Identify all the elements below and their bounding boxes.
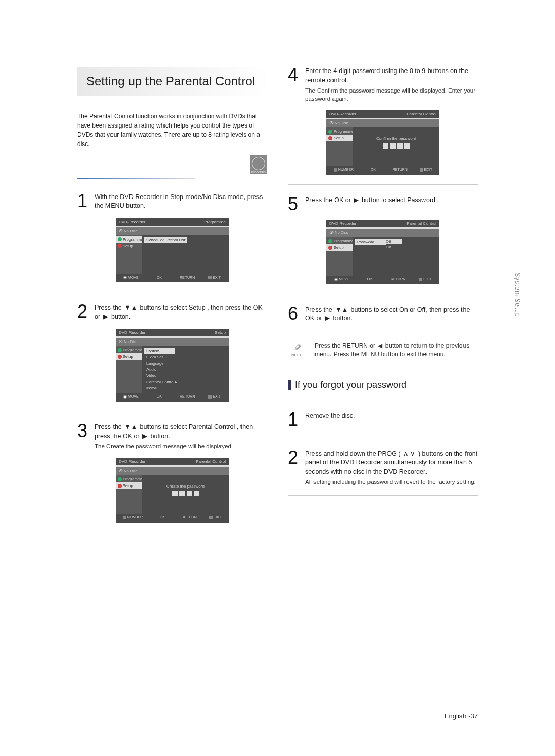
osd-screenshot: DVD-RecorderSetup ⦿ No Disc ProgrammeSet… (116, 329, 229, 402)
step-separator (288, 184, 478, 185)
osd-status: ⦿ No Disc (116, 338, 229, 346)
osd-menu-item: Password (355, 239, 386, 245)
osd-title-left: DVD-Recorder (119, 220, 145, 224)
osd-nav-item: Programme (116, 347, 142, 353)
osd-foot-hint: MOVE (334, 277, 349, 281)
step-text: With the DVD Recorder in Stop mode/No Di… (95, 193, 267, 211)
step: 2 Press the ▼▲ buttons to select Setup ,… (77, 303, 267, 321)
step-number: 3 (77, 423, 90, 451)
osd-status: ⦿ No Disc (326, 229, 439, 237)
osd-menu-item: Clock Set (144, 354, 227, 360)
step-separator (288, 495, 478, 496)
osd-option: On (384, 244, 402, 250)
password-boxes (355, 143, 437, 149)
play-icon (118, 477, 122, 481)
step: 1 With the DVD Recorder in Stop mode/No … (77, 193, 267, 211)
step-number: 1 (77, 193, 90, 211)
step-text: Enter the 4-digit password using the 0 t… (305, 67, 478, 103)
step-number: 6 (288, 305, 301, 323)
osd-nav-item: Setup (116, 482, 142, 489)
gear-icon (118, 484, 122, 488)
osd-nav: ProgrammeSetup (326, 127, 353, 166)
step-text: Remove the disc. (305, 411, 478, 428)
subsection-heading: If you forgot your password (288, 380, 478, 390)
osd-prompt: Confirm the password (355, 129, 437, 151)
osd-status: ⦿ No Disc (116, 467, 229, 475)
osd-foot-hint: RETURN (177, 515, 197, 519)
osd-screenshot: DVD-RecorderParental Control ⦿ No Disc P… (116, 458, 229, 523)
gear-icon (118, 244, 122, 248)
osd-screenshot: DVD-RecorderProgramme ⦿ No Disc Programm… (116, 218, 229, 283)
arrow-icon: ◀ (378, 342, 382, 349)
osd-nav-item: Setup (116, 243, 142, 249)
gear-icon (328, 246, 332, 250)
osd-nav-item: Programme (116, 236, 142, 243)
note-text: Press the RETURN or ◀ button to return t… (314, 341, 478, 359)
step-text: Press and hold down the PROG ( ∧ ∨ ) but… (305, 449, 478, 487)
step-text: Press the OK or ▶ button to select Passw… (305, 196, 478, 212)
osd-nav-item: Setup (326, 135, 353, 141)
step-subtext: The Create the password message will be … (95, 442, 267, 451)
osd-title-right: Parental Control (196, 459, 226, 464)
osd-foot-hint: OK (363, 277, 373, 281)
osd-dropdown: OffOn (384, 239, 402, 250)
step-text: Press the ▼▲ buttons to select Setup , t… (95, 303, 267, 321)
osd-menu-item: Language (144, 360, 227, 366)
osd-title-left: DVD-Recorder (329, 112, 356, 116)
step-number: 1 (288, 411, 301, 428)
osd-title-left: DVD-Recorder (329, 221, 356, 226)
osd-nav: ProgrammeSetup (116, 346, 142, 393)
osd-nav: ProgrammeSetup (116, 475, 142, 514)
osd-option: Off (384, 239, 402, 244)
step: 1 Remove the disc. (288, 411, 478, 428)
step-separator (288, 400, 478, 400)
osd-foot-hint: EXIT (419, 277, 432, 281)
intro-text: The Parental Control function works in c… (77, 112, 267, 149)
step-text: Press the ▼▲ buttons to select Parental … (95, 423, 267, 451)
side-section-label: System Setup (514, 273, 521, 317)
osd-title-right: Programme (204, 220, 226, 224)
osd-foot-hint: EXIT (420, 168, 433, 172)
osd-status: ⦿ No Disc (116, 227, 229, 235)
osd-nav: ProgrammeSetup (116, 235, 142, 274)
arrow-icon: ▶ (354, 196, 359, 204)
right-column: 4 Enter the 4-digit password using the 0… (288, 67, 478, 523)
osd-foot-hint: MOVE (123, 394, 139, 399)
play-icon (118, 348, 122, 352)
osd-title-right: Parental Control (406, 221, 436, 226)
step-subtext: All setting including the password will … (305, 478, 478, 486)
gear-icon (118, 355, 122, 359)
osd-content: Create the password (142, 475, 229, 514)
step: 4 Enter the 4-digit password using the 0… (288, 67, 478, 103)
osd-footer-hints: MOVEOKRETURNEXIT (116, 393, 229, 400)
osd-nav-item: Setup (116, 353, 142, 360)
password-boxes (144, 491, 227, 496)
osd-foot-hint: OK (152, 276, 162, 280)
osd-foot-hint: OK (366, 168, 376, 172)
step-number: 2 (288, 449, 301, 487)
osd-content: SystemClock SetLanguageAudioVideoParenta… (142, 346, 229, 393)
osd-title-left: DVD-Recorder (119, 459, 145, 464)
osd-foot-hint: RETURN (388, 168, 408, 172)
step-separator (288, 294, 478, 294)
osd-content: Confirm the password (353, 127, 439, 166)
section-divider (77, 178, 195, 179)
osd-menu-item: Audio (144, 366, 227, 372)
step-separator (77, 411, 267, 411)
step-number: 5 (288, 196, 301, 212)
osd-menu-item: Install (144, 385, 227, 391)
left-column: Setting up the Parental Control The Pare… (77, 67, 267, 523)
osd-foot-hint: OK (152, 394, 162, 399)
osd-menu-item: Scheduled Record List (144, 237, 187, 243)
osd-status: ⦿ No Disc (326, 119, 439, 127)
osd-foot-hint: RETURN (386, 277, 405, 281)
osd-nav: ProgrammeSetup (326, 237, 353, 276)
page-title-block: Setting up the Parental Control (77, 67, 267, 96)
osd-title-right: Setup (215, 330, 226, 335)
dvd-video-badge-icon (250, 155, 267, 174)
osd-menu-item: Video (144, 372, 227, 379)
step-number: 2 (77, 303, 90, 321)
step-number: 4 (288, 67, 301, 103)
arrow-icon: ▼▲ (124, 304, 137, 311)
step: 6 Press the ▼▲ buttons to select On or O… (288, 305, 478, 323)
